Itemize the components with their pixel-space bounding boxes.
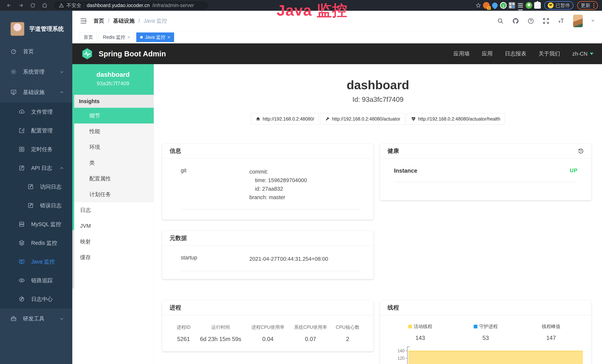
breadcrumb-infra[interactable]: 基础设施 bbox=[113, 17, 135, 25]
pen-icon bbox=[19, 296, 25, 303]
sidebar-item-file-manage[interactable]: 文件管理 bbox=[0, 103, 72, 121]
card-title: 元数据 bbox=[170, 234, 187, 242]
extension-icon-tampermonkey[interactable]: on bbox=[517, 2, 524, 9]
toolbox-icon bbox=[10, 315, 17, 322]
menu-item-scheduled-tasks[interactable]: 计划任务 bbox=[72, 187, 154, 202]
sidebar-item-label: 配置管理 bbox=[31, 127, 53, 134]
sidebar-collapse-icon[interactable] bbox=[80, 17, 87, 25]
instance-links: http://192.168.0.2:48080/ http://192.168… bbox=[154, 113, 602, 125]
fullscreen-icon[interactable] bbox=[543, 18, 549, 24]
breadcrumb-home[interactable]: 首页 bbox=[93, 17, 104, 25]
github-icon[interactable] bbox=[512, 18, 519, 24]
health-url-button[interactable]: http://192.168.0.2:48080/actuator/health bbox=[406, 113, 505, 125]
tab-home[interactable]: 首页 bbox=[80, 32, 97, 42]
sidebar-item-devtools[interactable]: 研发工具 bbox=[0, 309, 72, 329]
sidebar-item-system[interactable]: 系统管理 bbox=[0, 62, 72, 82]
layers-icon bbox=[19, 240, 25, 246]
sidebar-item-error-log[interactable]: 错误日志 bbox=[0, 196, 72, 215]
extension-icon-orange[interactable]: 1 bbox=[483, 2, 490, 9]
locale-selector[interactable]: zh-CN bbox=[572, 51, 593, 57]
sidebar-item-label: 定时任务 bbox=[31, 146, 53, 153]
sba-nav-applications[interactable]: 应用 bbox=[482, 50, 493, 57]
instance-id-line: Id: 93a3fc7f7409 bbox=[154, 96, 602, 104]
extension-icon-grid[interactable] bbox=[509, 2, 515, 9]
close-icon[interactable]: × bbox=[168, 35, 170, 40]
address-bar[interactable]: 不安全 dashboard.yudao.iocoder.cn/infra/adm… bbox=[54, 1, 208, 10]
sidebar-item-config-manage[interactable]: 配置管理 bbox=[0, 121, 72, 140]
extension-icon-green[interactable] bbox=[526, 2, 532, 9]
sidebar-item-log-center[interactable]: 日志中心 bbox=[0, 290, 72, 309]
sidebar-item-scheduled-jobs[interactable]: 定时任务 bbox=[0, 140, 72, 159]
tab-redis-monitor[interactable]: Redis 监控× bbox=[99, 32, 134, 42]
font-size-icon[interactable] bbox=[558, 18, 565, 24]
sidebar-item-infra[interactable]: 基础设施 bbox=[0, 82, 72, 103]
heartbeat-icon bbox=[411, 117, 416, 121]
help-icon[interactable] bbox=[527, 18, 534, 24]
gear-icon bbox=[10, 69, 17, 75]
bookmark-star-icon[interactable] bbox=[475, 3, 481, 8]
sba-brand-title[interactable]: Spring Boot Admin bbox=[99, 50, 166, 58]
app-logo-image bbox=[10, 22, 24, 36]
sidebar-item-redis-monitor[interactable]: Redis 监控 bbox=[0, 234, 72, 252]
metadata-row-startup: startup 2021-04-27T00:44:31.254+08:00 bbox=[181, 255, 360, 271]
divider bbox=[84, 3, 84, 8]
chevron-up-icon bbox=[59, 90, 64, 95]
history-icon[interactable] bbox=[578, 148, 584, 154]
url-path[interactable]: /infra/admin-server bbox=[152, 3, 194, 8]
menu-item-environment[interactable]: 环境 bbox=[72, 139, 154, 155]
sidebar-submenu-infra: 文件管理 配置管理 定时任务 API 日志 访问日志 bbox=[0, 103, 72, 309]
back-icon[interactable] bbox=[4, 1, 14, 10]
extension-icon-pin[interactable] bbox=[492, 2, 498, 9]
extensions-puzzle-icon[interactable] bbox=[534, 2, 541, 9]
close-icon[interactable]: × bbox=[128, 35, 130, 40]
forward-icon[interactable] bbox=[16, 1, 26, 10]
metadata-value: 2021-04-27T00:44:31.254+08:00 bbox=[249, 255, 328, 263]
sidebar-item-access-log[interactable]: 访问日志 bbox=[0, 177, 72, 196]
sidebar-item-home[interactable]: 首页 bbox=[0, 41, 72, 62]
search-icon[interactable] bbox=[497, 18, 504, 24]
live-threads-area-series bbox=[408, 351, 583, 364]
extension-icon-y[interactable]: y bbox=[500, 2, 507, 9]
insights-menu-list: 细节 性能 环境 类 配置属性 计划任务 bbox=[72, 108, 154, 202]
menu-item-jvm[interactable]: JVM bbox=[72, 218, 154, 234]
app-logo-row[interactable]: 芋道管理系统 bbox=[0, 11, 72, 41]
y-axis-line bbox=[407, 347, 408, 364]
security-label[interactable]: 不安全 bbox=[66, 2, 81, 9]
user-menu-caret-icon[interactable] bbox=[591, 20, 595, 22]
update-chip[interactable]: 更新 bbox=[577, 1, 598, 10]
instance-header[interactable]: dashboard 93a3fc7f7409 bbox=[72, 64, 154, 95]
sidebar-item-mysql-monitor[interactable]: MySQL 监控 bbox=[0, 215, 72, 234]
menu-item-details[interactable]: 细节 bbox=[72, 108, 154, 124]
sidebar-item-label: 文件管理 bbox=[31, 108, 53, 116]
col-header-uptime: 运行时间 bbox=[197, 324, 244, 330]
url-host[interactable]: dashboard.yudao.iocoder.cn bbox=[87, 3, 150, 8]
sba-nav-wallboard[interactable]: 应用墙 bbox=[453, 50, 470, 57]
user-avatar[interactable] bbox=[573, 15, 583, 27]
reload-icon[interactable] bbox=[28, 1, 38, 10]
sba-nav-journal[interactable]: 日志报表 bbox=[505, 50, 526, 57]
sidebar-item-label: 基础设施 bbox=[23, 89, 44, 96]
sba-nav-about[interactable]: 关于我们 bbox=[538, 50, 560, 57]
sidebar-item-api-log[interactable]: API 日志 bbox=[0, 159, 72, 177]
card-title: 信息 bbox=[170, 147, 181, 155]
profile-paused-chip[interactable]: 已暂停 bbox=[544, 1, 573, 10]
value-cpus: 2 bbox=[329, 336, 366, 343]
menu-item-config-props[interactable]: 配置属性 bbox=[72, 171, 154, 187]
value-process-cpu: 0.04 bbox=[244, 336, 292, 343]
sidebar-item-tracing[interactable]: 链路追踪 bbox=[0, 271, 72, 290]
menu-item-classes[interactable]: 类 bbox=[72, 155, 154, 171]
service-url-button[interactable]: http://192.168.0.2:48080/ bbox=[251, 113, 319, 125]
health-card: 健康 Instance UP bbox=[380, 144, 591, 200]
menu-item-metrics[interactable]: 性能 bbox=[72, 124, 154, 139]
app-title: 芋道管理系统 bbox=[29, 25, 64, 33]
actuator-url-button[interactable]: http://192.168.0.2:48080/actuator bbox=[320, 113, 405, 125]
menu-item-caches[interactable]: 缓存 bbox=[72, 250, 154, 265]
tab-java-monitor[interactable]: Java 监控× bbox=[136, 32, 174, 42]
menu-item-logs[interactable]: 日志 bbox=[72, 202, 154, 218]
chevron-up-icon bbox=[59, 166, 64, 171]
browser-menu-icon[interactable] bbox=[593, 3, 594, 8]
wrench-icon bbox=[325, 117, 330, 121]
sidebar-item-java-monitor[interactable]: Java 监控 bbox=[0, 252, 72, 271]
home-icon[interactable] bbox=[40, 1, 50, 10]
menu-item-mappings[interactable]: 映射 bbox=[72, 234, 154, 250]
